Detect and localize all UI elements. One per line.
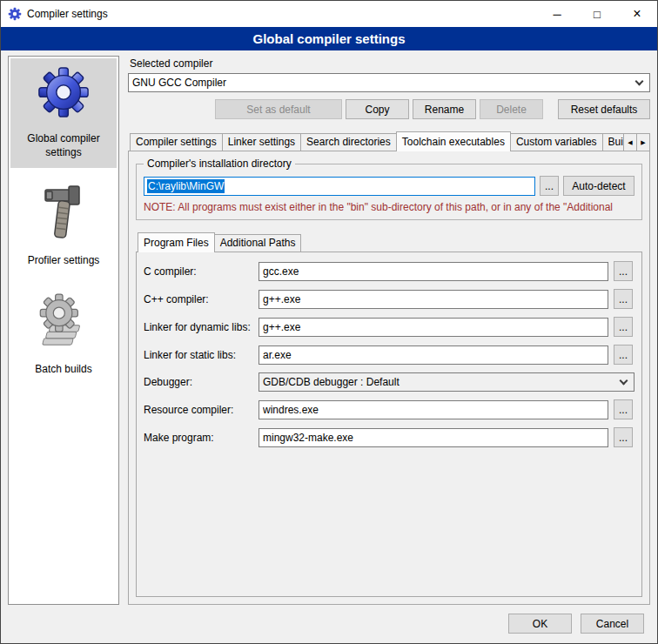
c-compiler-label: C compiler: (144, 265, 253, 278)
titlebar: Compiler settings ─ □ × (1, 1, 657, 27)
resource-compiler-label: Resource compiler: (144, 404, 253, 416)
ok-button[interactable]: OK (508, 614, 572, 634)
resource-compiler-input[interactable] (258, 400, 608, 419)
linker-dynamic-browse-button[interactable]: ... (614, 317, 633, 337)
sidebar-item-profiler-settings[interactable]: Profiler settings (10, 177, 117, 277)
linker-static-label: Linker for static libs: (144, 349, 253, 361)
program-files-tabstrip: Program Files Additional Paths (136, 232, 642, 252)
toolchain-fields: C compiler: ... C++ compiler: ... Linker… (144, 261, 634, 447)
cpp-compiler-label: C++ compiler: (144, 293, 253, 305)
tab-custom-variables[interactable]: Custom variables (510, 133, 603, 151)
debugger-select-value: GDB/CDB debugger : Default (263, 376, 617, 388)
cancel-button[interactable]: Cancel (581, 614, 644, 634)
delete-button[interactable]: Delete (480, 99, 543, 119)
debugger-label: Debugger: (144, 376, 253, 388)
debugger-select[interactable]: GDB/CDB debugger : Default (258, 372, 634, 392)
blue-gear-icon (37, 65, 91, 122)
install-dir-selected-text: C:\raylib\MinGW (147, 179, 225, 193)
rename-button[interactable]: Rename (413, 99, 476, 119)
tab-additional-paths[interactable]: Additional Paths (214, 234, 302, 252)
compiler-settings-window: Compiler settings ─ □ × Global compiler … (0, 0, 658, 644)
make-program-browse-button[interactable]: ... (614, 427, 633, 447)
gray-gear-stack-icon (37, 292, 90, 352)
linker-dynamic-label: Linker for dynamic libs: (144, 321, 253, 333)
maximize-button[interactable]: □ (577, 1, 617, 27)
set-as-default-button[interactable]: Set as default (215, 99, 342, 119)
sidebar-item-label: Global compiler settings (12, 132, 115, 159)
toolchain-executables-panel: Compiler's installation directory C:\ray… (128, 151, 650, 605)
settings-category-sidebar: Global compiler settings (8, 56, 119, 605)
sidebar-item-label: Batch builds (35, 363, 91, 377)
tab-program-files[interactable]: Program Files (138, 232, 215, 252)
compiler-select[interactable]: GNU GCC Compiler (128, 73, 650, 92)
tab-compiler-settings[interactable]: Compiler settings (130, 133, 223, 151)
resource-compiler-browse-button[interactable]: ... (614, 399, 633, 419)
linker-static-input[interactable] (258, 345, 608, 365)
tab-scroll-right-button[interactable]: ▶ (636, 133, 650, 151)
install-dir-browse-button[interactable]: ... (540, 176, 559, 196)
tab-linker-settings[interactable]: Linker settings (222, 133, 301, 151)
copy-button[interactable]: Copy (346, 99, 409, 119)
chevron-down-icon (635, 77, 644, 86)
profiler-tool-icon (40, 184, 87, 244)
reset-defaults-button[interactable]: Reset defaults (558, 99, 650, 119)
make-program-label: Make program: (144, 432, 253, 444)
install-dir-row: C:\raylib\MinGW ... Auto-detect (144, 176, 634, 196)
linker-dynamic-input[interactable] (258, 318, 608, 337)
sidebar-item-label: Profiler settings (28, 254, 100, 268)
program-files-panel: C compiler: ... C++ compiler: ... Linker… (136, 252, 642, 597)
auto-detect-button[interactable]: Auto-detect (563, 176, 634, 196)
install-dir-groupbox: Compiler's installation directory C:\ray… (136, 164, 642, 220)
cpp-compiler-input[interactable] (258, 290, 608, 309)
c-compiler-browse-button[interactable]: ... (614, 261, 633, 281)
settings-tabstrip: Compiler settings Linker settings Search… (128, 131, 650, 151)
close-button[interactable]: × (617, 1, 657, 27)
minimize-button[interactable]: ─ (537, 1, 577, 27)
tab-scroll-buttons: ◀ ▶ (624, 133, 650, 151)
window-controls: ─ □ × (537, 1, 657, 27)
install-dir-note: NOTE: All programs must exist either in … (144, 201, 634, 213)
main-panel: Selected compiler GNU GCC Compiler Set a… (128, 56, 650, 605)
tab-build-options[interactable]: Build options (602, 133, 625, 151)
make-program-input[interactable] (258, 428, 608, 447)
compiler-actions: Set as default Copy Rename Delete Reset … (128, 99, 650, 119)
c-compiler-input[interactable] (258, 262, 608, 281)
install-dir-group-title: Compiler's installation directory (144, 158, 295, 170)
linker-static-browse-button[interactable]: ... (614, 345, 633, 365)
dialog-footer: OK Cancel (1, 608, 657, 643)
tab-toolchain-executables[interactable]: Toolchain executables (396, 131, 511, 151)
selected-compiler-label: Selected compiler (130, 57, 650, 70)
sidebar-item-batch-builds[interactable]: Batch builds (10, 285, 117, 386)
dialog-body: Global compiler settings (1, 50, 657, 608)
sidebar-item-global-compiler-settings[interactable]: Global compiler settings (10, 58, 117, 168)
tab-search-directories[interactable]: Search directories (300, 133, 397, 151)
window-title: Compiler settings (27, 8, 108, 20)
dialog-header-title: Global compiler settings (1, 27, 657, 50)
tab-scroll-left-button[interactable]: ◀ (623, 133, 637, 151)
app-gear-icon (8, 7, 22, 21)
compiler-select-value: GNU GCC Compiler (132, 77, 633, 89)
cpp-compiler-browse-button[interactable]: ... (614, 289, 633, 309)
install-dir-input[interactable]: C:\raylib\MinGW (144, 177, 535, 196)
chevron-down-icon (620, 377, 628, 386)
